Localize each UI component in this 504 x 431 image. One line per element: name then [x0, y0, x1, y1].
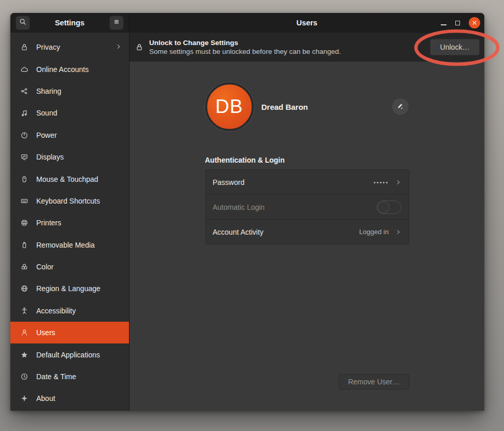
sidebar-item-label: Default Applications	[36, 351, 100, 359]
row-right: Logged in	[359, 228, 401, 236]
star-icon	[20, 351, 28, 359]
power-icon	[20, 131, 28, 139]
keyboard-icon	[20, 197, 28, 205]
edit-name-button[interactable]	[392, 98, 409, 116]
sidebar-item-default-applications[interactable]: Default Applications	[10, 343, 129, 365]
row-label: Automatic Login	[213, 203, 265, 211]
automatic-login-toggle[interactable]	[377, 200, 401, 214]
unlock-banner: Unlock to Change Settings Some settings …	[129, 33, 484, 62]
row-value: Logged in	[359, 228, 388, 236]
titlebar-left: Settings	[10, 13, 129, 33]
mouse-icon	[20, 175, 28, 183]
titlebar: Settings Users	[10, 13, 484, 33]
sidebar-item-online-accounts[interactable]: Online Accounts	[10, 58, 129, 80]
row-account-activity[interactable]: Account ActivityLogged in	[206, 220, 409, 244]
sidebar-item-displays[interactable]: Displays	[10, 146, 129, 168]
sidebar-item-label: Date & Time	[36, 372, 76, 381]
toggle-knob	[377, 201, 390, 213]
banner-title: Unlock to Change Settings	[149, 38, 424, 47]
search-icon	[19, 18, 27, 28]
sound-icon	[20, 109, 28, 117]
remove-user-button[interactable]: Remove User…	[339, 374, 409, 390]
menu-button[interactable]	[109, 16, 124, 30]
row-right: •••••	[373, 179, 401, 185]
row-value: •••••	[373, 179, 388, 185]
color-icon	[20, 263, 28, 271]
titlebar-right: Users	[129, 13, 484, 33]
cloud-icon	[20, 65, 28, 74]
lock-icon	[135, 43, 143, 51]
sidebar-item-date-time[interactable]: Date & Time	[10, 366, 129, 387]
sidebar-item-label: Removable Media	[36, 241, 95, 249]
banner-subtitle: Some settings must be unlocked before th…	[149, 47, 424, 56]
sidebar-item-accessibility[interactable]: Accessibility	[10, 300, 129, 322]
clock-icon	[20, 372, 28, 381]
sidebar-item-mouse-touchpad[interactable]: Mouse & Touchpad	[10, 168, 129, 190]
sidebar-item-printers[interactable]: Printers	[10, 212, 129, 234]
removable-icon	[20, 241, 28, 249]
spacer	[205, 245, 409, 374]
chevron-right-icon	[395, 229, 401, 235]
sidebar-item-label: Power	[36, 131, 57, 139]
sidebar-item-label: Keyboard Shortcuts	[36, 197, 100, 205]
search-button[interactable]	[16, 16, 30, 30]
hamburger-menu-icon	[112, 18, 121, 28]
printer-icon	[20, 219, 28, 227]
sidebar-item-color[interactable]: Color	[10, 256, 129, 278]
sidebar-item-label: Privacy	[36, 43, 60, 51]
maximize-icon	[455, 21, 460, 25]
main-panel: Unlock to Change Settings Some settings …	[129, 33, 484, 411]
avatar: DB	[205, 82, 254, 131]
sidebar: PrivacyOnline AccountsSharingSoundPowerD…	[10, 33, 129, 411]
window-controls	[441, 13, 480, 33]
banner-text: Unlock to Change Settings Some settings …	[149, 38, 424, 56]
row-password[interactable]: Password•••••	[206, 170, 409, 195]
sidebar-item-label: Printers	[36, 219, 61, 227]
sidebar-item-label: Sharing	[36, 87, 61, 95]
settings-window: Settings Users PrivacyOnline AccountsSha…	[10, 13, 484, 411]
pencil-icon	[396, 102, 404, 112]
page-title: Users	[296, 19, 317, 27]
section-heading: Authentication & Login	[205, 156, 409, 164]
sidebar-item-label: Region & Language	[36, 284, 100, 293]
row-right	[377, 200, 401, 214]
sparkle-icon	[20, 394, 28, 403]
maximize-button[interactable]	[455, 21, 460, 25]
globe-icon	[20, 284, 28, 293]
close-icon	[472, 18, 477, 27]
minimize-button[interactable]	[441, 20, 447, 25]
sidebar-item-label: Sound	[36, 109, 57, 117]
auth-login-list: Password•••••Automatic LoginAccount Acti…	[205, 169, 409, 245]
sidebar-item-sharing[interactable]: Sharing	[10, 80, 129, 102]
row-label: Account Activity	[213, 228, 264, 236]
chevron-right-icon	[116, 43, 122, 51]
row-automatic-login: Automatic Login	[206, 195, 409, 220]
share-icon	[20, 87, 28, 95]
sidebar-item-label: Displays	[36, 153, 64, 161]
row-label: Password	[213, 178, 244, 186]
sidebar-item-users[interactable]: Users	[10, 322, 129, 343]
sidebar-item-removable-media[interactable]: Removable Media	[10, 234, 129, 256]
user-name: Dread Baron	[262, 103, 308, 111]
close-button[interactable]	[469, 17, 480, 28]
chevron-right-icon	[395, 179, 401, 185]
sidebar-item-keyboard-shortcuts[interactable]: Keyboard Shortcuts	[10, 190, 129, 212]
displays-icon	[20, 153, 28, 161]
sidebar-item-about[interactable]: About	[10, 387, 129, 409]
unlock-button[interactable]: Unlock…	[430, 39, 480, 55]
lock-icon	[20, 43, 28, 51]
minimize-icon	[441, 24, 447, 25]
sidebar-item-power[interactable]: Power	[10, 124, 129, 146]
sidebar-item-label: Accessibility	[36, 307, 76, 315]
users-icon	[20, 328, 28, 337]
accessibility-icon	[20, 307, 28, 315]
sidebar-item-region-language[interactable]: Region & Language	[10, 278, 129, 299]
sidebar-item-label: Online Accounts	[36, 65, 89, 74]
sidebar-item-label: Mouse & Touchpad	[36, 175, 98, 183]
sidebar-item-privacy[interactable]: Privacy	[10, 36, 129, 58]
sidebar-item-label: Color	[36, 263, 53, 271]
sidebar-item-sound[interactable]: Sound	[10, 102, 129, 124]
sidebar-item-label: About	[36, 394, 55, 403]
content-area: DB Dread Baron Authentication & Login Pa…	[129, 62, 484, 411]
sidebar-item-label: Users	[36, 328, 55, 337]
